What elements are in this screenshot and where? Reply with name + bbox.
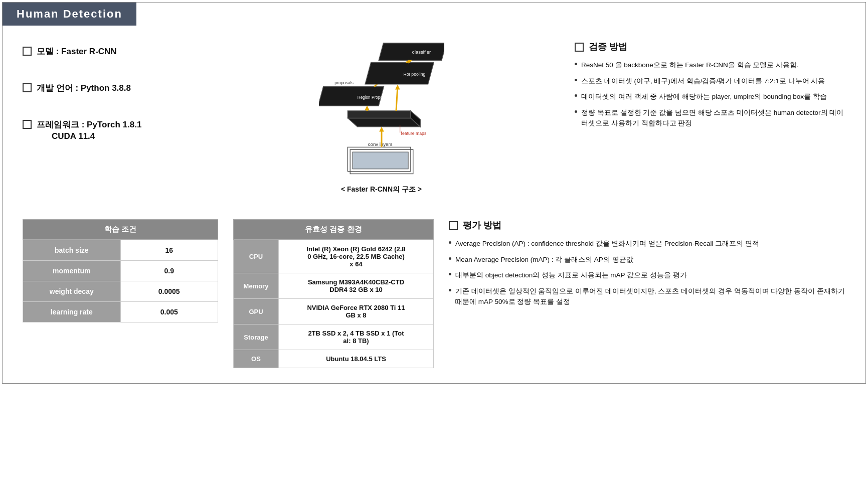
top-section: 모델 : Faster R-CNN 개발 언어 : Python 3.8.8 프… bbox=[3, 26, 865, 199]
eval-text: Mean Average Precision (mAP) : 각 클래스의 AP… bbox=[455, 254, 633, 265]
verification-section: 검증 방법 ResNet 50 을 backbone으로 하는 Faster R… bbox=[565, 41, 845, 194]
row-label: learning rate bbox=[23, 302, 121, 322]
bullet-text: 정량 목표로 설정한 기준 값을 넘으면 해당 스포츠 데이터셋은 human … bbox=[581, 107, 845, 129]
verification-list: ResNet 50 을 backbone으로 하는 Faster R-CNN을 … bbox=[575, 60, 845, 129]
table-row: momentum0.9 bbox=[23, 261, 218, 281]
env-value: NVIDIA GeForce RTX 2080 Ti 11 GB x 8 bbox=[279, 299, 434, 324]
row-value: 16 bbox=[120, 240, 218, 261]
checkbox-icon-framework bbox=[23, 120, 32, 129]
eval-item: Mean Average Precision (mAP) : 각 클래스의 AP… bbox=[449, 254, 845, 265]
row-value: 0.9 bbox=[120, 261, 218, 281]
bullet-text: 데이터셋의 여러 객체 중 사람에 해당하는 player, umpire의 b… bbox=[581, 91, 827, 102]
bullet-dot bbox=[449, 241, 451, 244]
table-row: OSUbuntu 18.04.5 LTS bbox=[234, 350, 434, 368]
eval-text: 기존 데이터셋은 일상적인 움직임으로 이루어진 데이터셋이지만, 스포츠 데이… bbox=[455, 286, 845, 307]
svg-text:feature maps: feature maps bbox=[401, 131, 426, 136]
training-table: batch size16momentum0.9weight decay0.000… bbox=[23, 240, 218, 322]
table-row: weight decay0.0005 bbox=[23, 281, 218, 302]
verification-item: 데이터셋의 여러 객체 중 사람에 해당하는 player, umpire의 b… bbox=[575, 91, 845, 102]
env-value: Intel (R) Xeon (R) Gold 6242 (2.8 0 GHz,… bbox=[279, 240, 434, 273]
training-table-title: 학습 조건 bbox=[23, 219, 218, 240]
rcnn-diagram: conv layers feature maps Region Proposal… bbox=[319, 41, 444, 181]
bullet-dot bbox=[575, 79, 577, 81]
verification-item: ResNet 50 을 backbone으로 하는 Faster R-CNN을 … bbox=[575, 60, 845, 71]
verification-header: 검증 방법 bbox=[575, 41, 845, 53]
svg-text:RoI pooling: RoI pooling bbox=[403, 72, 425, 77]
env-value: Samsung M393A4K40CB2-CTD DDR4 32 GB x 10 bbox=[279, 273, 434, 299]
eval-item: Average Precision (AP) : confidence thre… bbox=[449, 238, 845, 249]
svg-marker-25 bbox=[395, 85, 400, 90]
bullet-dot bbox=[575, 110, 577, 113]
bullet-dot bbox=[449, 273, 451, 275]
table-row: Storage2TB SSD x 2, 4 TB SSD x 1 (Tot al… bbox=[234, 324, 434, 350]
verification-item: 스포츠 데이터셋 (야구, 배구)에서 학습/검증/평가 데이터를 7:2:1로… bbox=[575, 76, 845, 87]
model-info: 모델 : Faster R-CNN bbox=[23, 46, 198, 57]
page-title: Human Detection bbox=[17, 8, 122, 20]
framework-info: 프레임워크 : PyTorch 1.8.1 CUDA 11.4 bbox=[23, 119, 198, 141]
dev-info: 개발 언어 : Python 3.8.8 bbox=[23, 82, 198, 94]
row-label: batch size bbox=[23, 240, 121, 261]
table-row: GPUNVIDIA GeForce RTX 2080 Ti 11 GB x 8 bbox=[234, 299, 434, 324]
framework-block: 프레임워크 : PyTorch 1.8.1 CUDA 11.4 bbox=[37, 119, 141, 141]
env-label: Storage bbox=[234, 324, 279, 350]
env-table-title: 유효성 검증 환경 bbox=[233, 219, 434, 240]
table-row: learning rate0.005 bbox=[23, 302, 218, 322]
page-wrapper: Human Detection 모델 : Faster R-CNN 개발 언어 … bbox=[2, 2, 866, 384]
checkbox-icon-verification bbox=[575, 43, 584, 52]
bullet-dot bbox=[449, 257, 451, 260]
row-value: 0.005 bbox=[120, 302, 218, 322]
bullet-dot bbox=[449, 289, 451, 291]
center-diagram: conv layers feature maps Region Proposal… bbox=[198, 41, 565, 194]
bullet-dot bbox=[575, 94, 577, 97]
svg-rect-18 bbox=[379, 43, 444, 61]
svg-line-24 bbox=[396, 87, 397, 111]
verification-item: 정량 목표로 설정한 기준 값을 넘으면 해당 스포츠 데이터셋은 human … bbox=[575, 107, 845, 129]
diagram-caption: < Faster R-CNN의 구조 > bbox=[341, 185, 422, 194]
env-label: Memory bbox=[234, 273, 279, 299]
env-label: OS bbox=[234, 350, 279, 368]
row-value: 0.0005 bbox=[120, 281, 218, 302]
eval-item: 기존 데이터셋은 일상적인 움직임으로 이루어진 데이터셋이지만, 스포츠 데이… bbox=[449, 286, 845, 307]
table-row: MemorySamsung M393A4K40CB2-CTD DDR4 32 G… bbox=[234, 273, 434, 299]
header-bar: Human Detection bbox=[3, 3, 136, 26]
env-table-container: 유효성 검증 환경 CPUIntel (R) Xeon (R) Gold 624… bbox=[233, 219, 434, 368]
row-label: weight decay bbox=[23, 281, 121, 302]
model-label: 모델 : Faster R-CNN bbox=[37, 46, 117, 57]
svg-marker-5 bbox=[348, 111, 411, 118]
svg-marker-10 bbox=[379, 127, 384, 132]
row-label: momentum bbox=[23, 261, 121, 281]
table-row: CPUIntel (R) Xeon (R) Gold 6242 (2.8 0 G… bbox=[234, 240, 434, 273]
svg-text:conv layers: conv layers bbox=[368, 141, 392, 147]
eval-title: 평가 방법 bbox=[463, 219, 501, 231]
left-info: 모델 : Faster R-CNN 개발 언어 : Python 3.8.8 프… bbox=[23, 41, 198, 194]
svg-marker-4 bbox=[348, 118, 420, 126]
training-table-container: 학습 조건 batch size16momentum0.9weight deca… bbox=[23, 219, 218, 368]
table-row: batch size16 bbox=[23, 240, 218, 261]
framework-line1: 프레임워크 : PyTorch 1.8.1 bbox=[37, 119, 141, 130]
svg-text:classifier: classifier bbox=[412, 49, 431, 55]
eval-text: 대부분의 object detection의 성능 지표로 사용되는 mAP 값… bbox=[455, 270, 687, 281]
bullet-dot bbox=[575, 63, 577, 65]
env-value: 2TB SSD x 2, 4 TB SSD x 1 (Tot al: 8 TB) bbox=[279, 324, 434, 350]
svg-rect-2 bbox=[353, 152, 408, 169]
eval-item: 대부분의 object detection의 성능 지표로 사용되는 mAP 값… bbox=[449, 270, 845, 281]
bullet-text: ResNet 50 을 backbone으로 하는 Faster R-CNN을 … bbox=[581, 60, 799, 71]
svg-text:proposals: proposals bbox=[334, 80, 354, 85]
checkbox-icon-eval bbox=[449, 221, 458, 230]
evaluation-section: 평가 방법 Average Precision (AP) : confidenc… bbox=[449, 219, 845, 368]
bullet-text: 스포츠 데이터셋 (야구, 배구)에서 학습/검증/평가 데이터를 7:2:1로… bbox=[581, 76, 825, 87]
eval-text: Average Precision (AP) : confidence thre… bbox=[455, 238, 759, 249]
env-label: GPU bbox=[234, 299, 279, 324]
eval-list: Average Precision (AP) : confidence thre… bbox=[449, 238, 845, 307]
dev-label: 개발 언어 : Python 3.8.8 bbox=[37, 82, 131, 94]
checkbox-icon-model bbox=[23, 47, 32, 56]
verification-title: 검증 방법 bbox=[589, 41, 627, 53]
env-label: CPU bbox=[234, 240, 279, 273]
eval-header: 평가 방법 bbox=[449, 219, 845, 231]
framework-line2: CUDA 11.4 bbox=[37, 131, 141, 141]
env-table: CPUIntel (R) Xeon (R) Gold 6242 (2.8 0 G… bbox=[233, 240, 434, 368]
bottom-section: 학습 조건 batch size16momentum0.9weight deca… bbox=[3, 209, 865, 368]
checkbox-icon-dev bbox=[23, 83, 32, 92]
env-value: Ubuntu 18.04.5 LTS bbox=[279, 350, 434, 368]
